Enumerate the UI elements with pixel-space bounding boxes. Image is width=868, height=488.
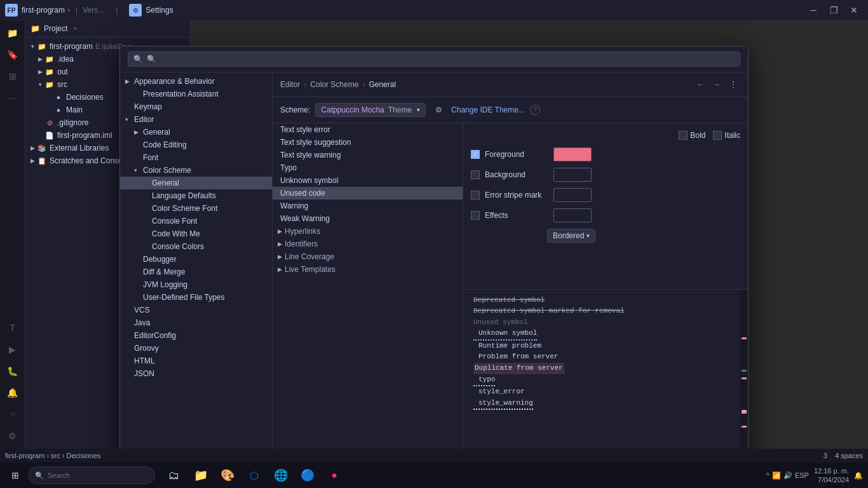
st-item-keymap[interactable]: Keymap [120, 100, 272, 113]
st-item-groovy[interactable]: Groovy [120, 342, 272, 355]
cli-typo[interactable]: Typo [273, 161, 463, 174]
background-checkbox[interactable] [471, 170, 480, 179]
settings-dialog: 🔍 ▶ Appearance & Behavior Presentation A… [119, 46, 749, 449]
project-arrow[interactable]: ▾ [74, 25, 77, 32]
st-label-json: JSON [134, 369, 154, 378]
clg-live-templates[interactable]: ▶ Live Templates [273, 263, 463, 276]
background-color-box[interactable] [553, 168, 592, 182]
clg-hyperlinks[interactable]: ▶ Hyperlinks [273, 225, 463, 238]
st-item-diff-merge[interactable]: Diff & Merge [120, 266, 272, 278]
nav-forward-button[interactable]: → [710, 78, 724, 92]
st-item-user-defined[interactable]: User-Defined File Types [120, 291, 272, 304]
toolbar-run-icon[interactable]: ▶ [3, 339, 23, 360]
error-stripe-checkbox[interactable] [471, 191, 480, 200]
st-item-presentation[interactable]: Presentation Assistant [120, 88, 272, 100]
foreground-color-box[interactable] [553, 147, 592, 161]
nav-back-button[interactable]: ← [693, 78, 707, 92]
st-item-cs-font[interactable]: Color Scheme Font [120, 202, 272, 215]
cli-text-style-error[interactable]: Text style error [273, 123, 463, 136]
taskbar-chevron-icon[interactable]: ^ [766, 471, 770, 479]
toolbar-notifications-icon[interactable]: 🔔 [3, 383, 23, 403]
close-button[interactable]: ✕ [845, 1, 863, 19]
scheme-dropdown[interactable]: Catppuccin Mocha Theme ▾ [315, 103, 426, 117]
st-label-debugger: Debugger [143, 255, 177, 264]
scheme-gear-button[interactable]: ⚙ [431, 102, 446, 118]
toolbar-debug-icon[interactable]: 🐛 [3, 361, 23, 381]
effects-color-box[interactable] [553, 208, 592, 222]
settings-search-input[interactable] [147, 55, 735, 64]
st-item-json[interactable]: JSON [120, 367, 272, 380]
start-button[interactable]: ⊞ [5, 465, 25, 485]
st-item-java[interactable]: Java [120, 316, 272, 329]
taskbar-app-paint[interactable]: 🎨 [216, 464, 239, 487]
st-item-jvm-logging[interactable]: JVM Logging [120, 278, 272, 291]
taskbar-sound-icon[interactable]: 🔊 [783, 471, 792, 480]
cli-unknown-symbol[interactable]: Unknown symbol [273, 174, 463, 187]
st-item-editorconfig[interactable]: EditorConfig [120, 329, 272, 342]
maximize-button[interactable]: ❐ [825, 1, 843, 19]
scheme-bar: Scheme: Catppuccin Mocha Theme ▾ ⚙ Chang… [273, 97, 748, 123]
clg-line-coverage[interactable]: ▶ Line Coverage [273, 250, 463, 263]
change-theme-link[interactable]: Change IDE Theme... [451, 105, 525, 114]
taskbar-app-browser[interactable]: 🌐 [269, 464, 292, 487]
toolbar-settings-icon[interactable]: ⚙ [3, 426, 23, 446]
nav-more-button[interactable]: ⋮ [726, 78, 740, 92]
st-label-html: HTML [134, 356, 155, 365]
cli-warning[interactable]: Warning [273, 200, 463, 212]
settings-search-bar[interactable]: 🔍 [128, 51, 740, 67]
st-item-code-with-me[interactable]: Code With Me [120, 227, 272, 240]
bold-checkbox[interactable] [679, 131, 688, 140]
st-label-groovy: Groovy [134, 344, 159, 353]
tree-icon-decisiones: ● [53, 92, 64, 102]
toolbar-project-icon[interactable]: 📁 [3, 23, 23, 43]
foreground-checkbox[interactable]: ✓ [471, 150, 480, 159]
st-item-appearance[interactable]: ▶ Appearance & Behavior [120, 75, 272, 88]
effects-checkbox[interactable] [471, 211, 480, 220]
toolbar-structure-icon[interactable]: ⊞ [3, 66, 23, 86]
toolbar-git-icon[interactable]: ⑂ [3, 404, 23, 424]
st-item-lang-defaults[interactable]: Language Defaults [120, 189, 272, 202]
error-stripe-color-box[interactable] [553, 188, 592, 202]
foreground-row: ✓ Foreground [471, 147, 740, 161]
st-label-keymap: Keymap [134, 102, 162, 111]
taskbar-notification-icon[interactable]: 🔔 [854, 471, 863, 480]
toolbar-bookmark-icon[interactable]: 🔖 [3, 44, 23, 65]
help-icon[interactable]: ? [530, 105, 540, 115]
st-item-code-editing[interactable]: Code Editing [120, 139, 272, 151]
st-item-html[interactable]: HTML [120, 355, 272, 367]
settings-content: Editor › Color Scheme › General ← → ⋮ [273, 72, 748, 449]
taskbar-network-icon[interactable]: 📶 [772, 471, 781, 480]
taskbar-clock: 12:16 p. m. [814, 466, 849, 475]
cli-text-style-warning[interactable]: Text style warning [273, 149, 463, 161]
taskbar-app-files[interactable]: 🗂 [163, 464, 186, 487]
effects-label: Effects [485, 211, 548, 220]
toolbar-terminal-icon[interactable]: T [3, 318, 23, 338]
st-item-general-cs[interactable]: General [120, 177, 272, 189]
tree-label-decisiones: Decisiones [66, 93, 104, 102]
cli-weak-warning[interactable]: Weak Warning [273, 212, 463, 225]
cli-unused-code[interactable]: Unused code [273, 187, 463, 200]
st-item-console-colors[interactable]: Console Colors [120, 240, 272, 253]
st-item-editor[interactable]: ▾ Editor [120, 113, 272, 126]
taskbar-app-vscode[interactable]: ⬡ [243, 464, 266, 487]
st-item-vcs[interactable]: VCS [120, 304, 272, 316]
breadcrumb-sep1: › [304, 80, 306, 89]
st-item-debugger[interactable]: Debugger [120, 253, 272, 266]
taskbar-app-explorer[interactable]: 📁 [189, 464, 212, 487]
cli-text-style-suggestion[interactable]: Text style suggestion [273, 136, 463, 149]
effects-type-dropdown[interactable]: Bordered ▾ [547, 229, 595, 243]
st-item-console-font[interactable]: Console Font [120, 215, 272, 227]
taskbar-search-bar[interactable]: 🔍 Search [28, 466, 155, 484]
taskbar-app-intellij[interactable]: ● [323, 464, 346, 487]
title-bar-project: first-program ▾ | Vers... [22, 6, 104, 15]
st-item-font[interactable]: Font [120, 151, 272, 164]
clg-identifiers[interactable]: ▶ Identifiers [273, 238, 463, 250]
minimize-button[interactable]: ─ [804, 1, 822, 19]
st-item-general[interactable]: ▶ General [120, 126, 272, 139]
toolbar-more-icon[interactable]: ··· [3, 88, 23, 108]
taskbar-app-chrome[interactable]: 🔵 [296, 464, 319, 487]
preview-scrollbar[interactable] [740, 290, 748, 449]
st-item-color-scheme[interactable]: ▾ Color Scheme [120, 164, 272, 177]
italic-checkbox[interactable] [713, 131, 722, 140]
project-arrow-icon[interactable]: ▾ [67, 7, 71, 13]
